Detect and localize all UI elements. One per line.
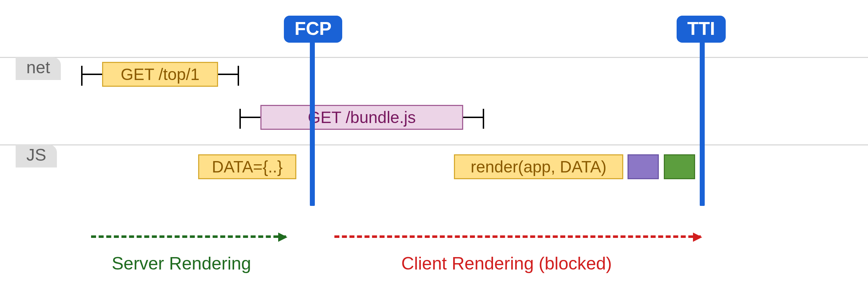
label-client-phase: Client Rendering (blocked) <box>401 253 612 274</box>
arrow-client-phase <box>334 235 701 238</box>
row-label-js: JS <box>16 145 57 167</box>
label-server-phase: Server Rendering <box>112 253 251 274</box>
marker-tti-line <box>700 42 705 206</box>
task-get-bundle: GET /bundle.js <box>260 105 463 130</box>
marker-tti-label: TTI <box>677 16 726 43</box>
row-label-net: net <box>16 57 61 80</box>
task-green-block <box>664 154 695 179</box>
marker-fcp-label: FCP <box>284 16 342 43</box>
task-get-top: GET /top/1 <box>102 62 218 87</box>
js-track-line <box>0 144 868 145</box>
task-data-block: DATA={..} <box>198 154 296 179</box>
marker-fcp-line <box>310 42 315 206</box>
arrow-server-phase <box>91 235 286 238</box>
task-purple-block <box>628 154 659 179</box>
task-render-call: render(app, DATA) <box>454 154 623 179</box>
net-track-line <box>0 57 868 58</box>
